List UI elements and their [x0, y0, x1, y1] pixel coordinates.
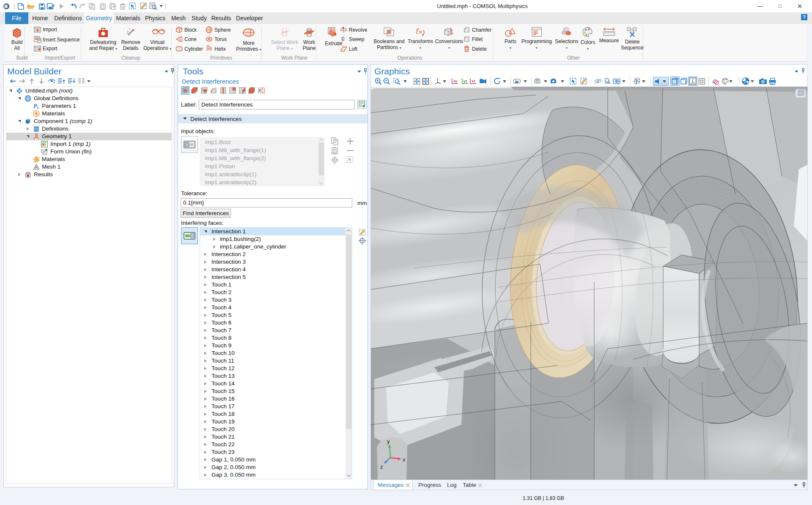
- svg-text:z: z: [380, 464, 383, 470]
- svg-text:yz: yz: [464, 79, 468, 83]
- svg-text:xy: xy: [453, 79, 458, 83]
- svg-text:y: y: [387, 438, 390, 445]
- svg-text:x: x: [403, 456, 406, 463]
- svg-text:i: i: [37, 105, 38, 109]
- svg-text:P: P: [33, 103, 37, 109]
- svg-text:xz: xz: [472, 79, 476, 83]
